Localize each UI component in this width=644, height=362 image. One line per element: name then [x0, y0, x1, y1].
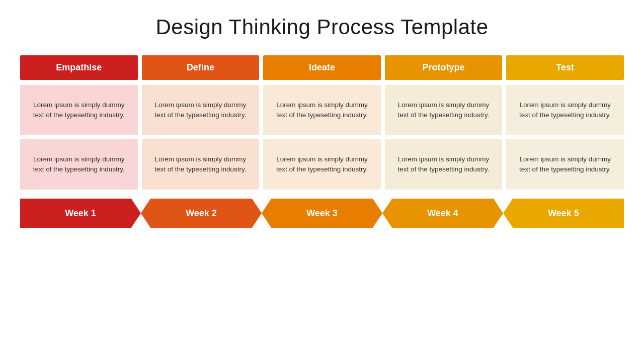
- card-test-cards-row-2: Lorem ipsum is simply dummy text of the …: [506, 139, 624, 190]
- card-test-cards-row-1: Lorem ipsum is simply dummy text of the …: [506, 85, 624, 135]
- col-header-test: Test: [506, 55, 624, 80]
- arrow-empathise: Week 1: [20, 199, 141, 228]
- main-content: EmpathiseDefineIdeatePrototypeTest Lorem…: [20, 55, 624, 228]
- arrow-test: Week 5: [503, 199, 624, 228]
- card-define-cards-row-1: Lorem ipsum is simply dummy text of the …: [142, 85, 260, 135]
- col-header-prototype: Prototype: [385, 55, 503, 80]
- col-header-ideate: Ideate: [263, 55, 381, 80]
- card-ideate-cards-row-1: Lorem ipsum is simply dummy text of the …: [263, 85, 381, 135]
- arrow-label-ideate: Week 3: [306, 208, 338, 219]
- arrow-label-empathise: Week 1: [65, 208, 96, 219]
- arrow-ideate: Week 3: [262, 199, 382, 228]
- arrows-row: Week 1Week 2Week 3Week 4Week 5: [20, 199, 624, 228]
- arrow-label-test: Week 5: [548, 208, 579, 219]
- arrow-label-prototype: Week 4: [427, 208, 458, 219]
- card-prototype-cards-row-2: Lorem ipsum is simply dummy text of the …: [385, 139, 503, 190]
- arrow-prototype: Week 4: [382, 199, 503, 228]
- card-ideate-cards-row-2: Lorem ipsum is simply dummy text of the …: [263, 139, 381, 190]
- col-header-define: Define: [142, 55, 260, 80]
- page-title: Design Thinking Process Template: [155, 15, 488, 39]
- card-prototype-cards-row-1: Lorem ipsum is simply dummy text of the …: [385, 85, 503, 135]
- arrow-label-define: Week 2: [186, 208, 217, 219]
- card-empathise-cards-row-1: Lorem ipsum is simply dummy text of the …: [20, 85, 138, 135]
- card-empathise-cards-row-2: Lorem ipsum is simply dummy text of the …: [20, 139, 138, 190]
- arrow-define: Week 2: [141, 199, 262, 228]
- cards-row-2: Lorem ipsum is simply dummy text of the …: [20, 139, 624, 190]
- col-header-empathise: Empathise: [20, 55, 138, 80]
- card-define-cards-row-2: Lorem ipsum is simply dummy text of the …: [142, 139, 260, 190]
- columns-row: EmpathiseDefineIdeatePrototypeTest: [20, 55, 624, 80]
- cards-row-1: Lorem ipsum is simply dummy text of the …: [20, 85, 624, 135]
